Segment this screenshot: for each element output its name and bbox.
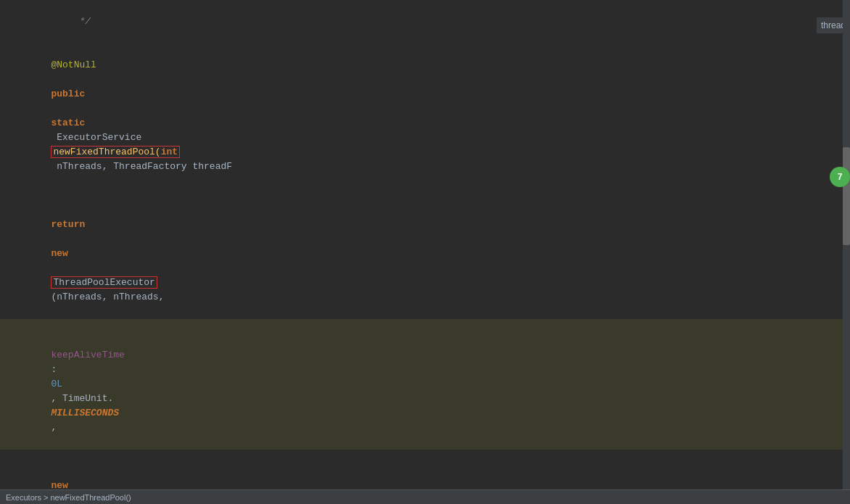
rest-line3: (nThreads, nThreads, [51, 292, 164, 302]
code-line-1: */ [0, 0, 850, 44]
line-content-2: @NotNull public static ExecutorService n… [0, 44, 850, 189]
class-threadpoolexecutor: ThreadPoolExecutor [53, 277, 154, 288]
space [51, 234, 57, 244]
thread-badge[interactable]: 7 [830, 167, 850, 187]
code-editor: */ @NotNull public static ExecutorServic… [0, 0, 850, 504]
code-line-2: @NotNull public static ExecutorService n… [0, 44, 850, 189]
comment-span: */ [51, 16, 91, 27]
kw-new: new [51, 248, 67, 259]
param-keepalive: keepAliveTime [51, 350, 124, 360]
threadpool-highlight-box: ThreadPoolExecutor [51, 276, 157, 289]
colon4: : [51, 364, 62, 375]
line-content-1: */ [0, 0, 850, 44]
kw-milliseconds: MILLISECONDS [51, 408, 119, 418]
status-bar: Executors > newFixedThreadPool() [0, 489, 850, 504]
indent5 [51, 466, 220, 476]
comma4: , TimeUnit. [51, 393, 113, 404]
code-line-3: return new ThreadPoolExecutor (nThreads,… [0, 189, 850, 319]
params-text: nThreads, ThreadFactory threadF [51, 161, 232, 172]
kw-public: public [51, 88, 85, 99]
kw-int: int [161, 146, 178, 157]
line-content-4: keepAliveTime : 0L , TimeUnit. MILLISECO… [0, 319, 850, 450]
space [51, 103, 57, 114]
annotation-notnull: @NotNull [51, 59, 96, 70]
indent3 [51, 205, 96, 215]
code-area: */ @NotNull public static ExecutorServic… [0, 0, 850, 504]
number-0l: 0L [51, 379, 62, 389]
status-text: Executors > newFixedThreadPool() [6, 493, 131, 502]
method-highlight-box: newFixedThreadPool(int [51, 146, 180, 158]
method-newFixed: newFixedThreadPool( [53, 146, 160, 157]
indent4 [51, 335, 220, 346]
scrollbar-thumb[interactable] [843, 147, 850, 245]
space [51, 263, 57, 273]
code-line-4: keepAliveTime : 0L , TimeUnit. MILLISECO… [0, 319, 850, 450]
space: ExecutorService [51, 132, 147, 143]
line-content-3: return new ThreadPoolExecutor (nThreads,… [0, 189, 850, 319]
space [51, 74, 57, 85]
vertical-scrollbar[interactable] [843, 0, 850, 489]
kw-return: return [51, 219, 85, 230]
kw-static: static [51, 117, 85, 128]
end4: , [51, 422, 57, 433]
